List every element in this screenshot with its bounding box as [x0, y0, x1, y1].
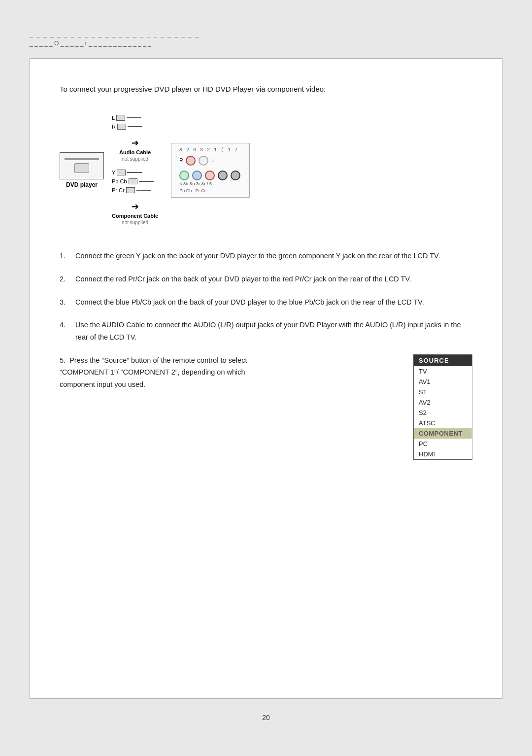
instruction-1-num: 1.: [60, 250, 75, 262]
tv-code-label: & 2 0 3 2 1 ( 1 7: [179, 147, 241, 153]
component-cable-label-block: ➔ Component Cable not supplied: [112, 201, 158, 225]
component-cable-sub: not supplied: [122, 220, 148, 225]
dvd-player-illustration: DVD player: [60, 152, 104, 188]
instruction-3-text: Connect the blue Pb/Cb jack on the back …: [75, 296, 472, 309]
page-header: _ _ _ _ _ _ _ _ _ _ _ _ _ _ _ _ _ _ _ _ …: [30, 30, 502, 48]
ports-sub-row: Pb Cb Pr Cr: [179, 188, 241, 193]
instruction-3-num: 3.: [60, 296, 75, 309]
comp-Pb-left-label: Pb Cb: [112, 178, 127, 184]
instruction-2-num: 2.: [60, 273, 75, 285]
cable-diagram: L R ➔ Audio Cable not supplied Y: [112, 115, 158, 225]
audio-L-left-connector: [116, 115, 125, 121]
comp-Y-cable: [127, 172, 142, 173]
audio-L-cable: [127, 117, 141, 118]
header-line1: _ _ _ _ _ _ _ _ _ _ _ _ _ _ _ _ _ _ _ _ …: [30, 30, 502, 39]
instruction-5-text: 5. Press the “Source” button of the remo…: [60, 354, 399, 460]
instruction-2: 2. Connect the red Pr/Cr jack on the bac…: [60, 273, 472, 285]
dvd-slot: [65, 158, 99, 160]
source-item-S2: S2: [414, 408, 472, 418]
comp-Pr-port: [205, 171, 215, 180]
source-item-S1: S1: [414, 387, 472, 397]
source-item-PC: PC: [414, 439, 472, 449]
audio-L-row: L: [112, 115, 158, 121]
instructions-list: 1. Connect the green Y jack on the back …: [60, 250, 472, 459]
source-menu-header: SOURCE: [414, 355, 472, 366]
audio-cable-label-block: ➔ Audio Cable not supplied: [112, 137, 158, 162]
dvd-device-icon: [60, 152, 104, 179]
instruction-3: 3. Connect the blue Pb/Cb jack on the ba…: [60, 296, 472, 309]
dvd-disc: [74, 163, 89, 173]
comp-Y-row: Y: [112, 170, 158, 175]
tv-back-panel: & 2 0 3 2 1 ( 1 7 R L < 3b &o 3r &r / 5 …: [171, 143, 250, 198]
audio-L-port: [199, 156, 208, 166]
main-content-box: To connect your progressive DVD player o…: [30, 58, 502, 699]
audio-L-left-label: L: [112, 115, 115, 121]
component-cable-group: Y Pb Cb Pr Cr: [112, 170, 158, 193]
audio-R-left-connector: [117, 124, 126, 130]
comp-extra2-port: [231, 171, 240, 180]
audio-arrow-icon: ➔: [132, 137, 139, 148]
audio-R-row: R: [112, 124, 158, 130]
audio-cable-group: L R: [112, 115, 158, 130]
source-item-AV2: AV2: [414, 397, 472, 408]
comp-Y-left-label: Y: [112, 170, 115, 175]
source-item-COMPONENT: COMPONENT: [414, 428, 472, 439]
instruction-4: 4. Use the AUDIO Cable to connect the AU…: [60, 319, 472, 343]
header-line2: _ _ _ _ _ O _ _ _ _ _ r _ _ _ _ _ _ _ _ …: [30, 39, 502, 48]
pb-cb-right-label: Pb Cb: [179, 188, 192, 193]
pr-cr-right-label: Pr Cr: [196, 188, 206, 193]
audio-R-left-label: R: [112, 124, 116, 130]
audio-R-right-label: R: [179, 158, 183, 163]
instruction-5-row: 5. Press the “Source” button of the remo…: [60, 354, 472, 460]
comp-Y-left-connector: [117, 170, 126, 175]
page-number: 20: [30, 714, 502, 722]
audio-cable-label: Audio Cable: [119, 149, 151, 155]
step5-text-part2: “COMPONENT 1”/ “COMPONENT 2”, depending …: [60, 368, 245, 376]
instruction-2-text: Connect the red Pr/Cr jack on the back o…: [75, 273, 472, 285]
comp-Pb-left-connector: [129, 178, 137, 184]
comp-Y-port: [179, 171, 189, 180]
step5-num: 5.: [60, 356, 66, 364]
dvd-player-label: DVD player: [66, 181, 98, 188]
comp-Pr-cable: [136, 190, 151, 191]
audio-R-cable: [128, 126, 142, 127]
comp-Pr-left-connector: [126, 187, 135, 193]
audio-ports-row: R L: [179, 156, 241, 166]
comp-Pb-port: [192, 171, 202, 180]
source-item-ATSC: ATSC: [414, 418, 472, 428]
source-menu: SOURCE TV AV1 S1 AV2 S2 ATSC COMPONENT P…: [413, 354, 472, 460]
source-item-TV: TV: [414, 366, 472, 377]
step5-text-part3: component input you used.: [60, 380, 145, 388]
component-arrow-icon: ➔: [132, 201, 139, 212]
component-cable-label: Component Cable: [112, 213, 158, 219]
component-ports-row: [179, 171, 241, 180]
audio-cable-sub: not supplied: [122, 156, 148, 162]
instruction-4-num: 4.: [60, 319, 75, 343]
instruction-1-text: Connect the green Y jack on the back of …: [75, 250, 472, 262]
step5-text-part1: Press the “Source” button of the remote …: [69, 356, 247, 364]
source-item-AV1: AV1: [414, 377, 472, 387]
instruction-4-text: Use the AUDIO Cable to connect the AUDIO…: [75, 319, 472, 343]
audio-R-port: [186, 156, 196, 166]
comp-Pb-row: Pb Cb: [112, 178, 158, 184]
instruction-1: 1. Connect the green Y jack on the back …: [60, 250, 472, 262]
comp-Pb-cable: [139, 181, 154, 182]
ports-labels: < 3b &o 3r &r / 5: [179, 181, 241, 186]
intro-text: To connect your progressive DVD player o…: [60, 83, 472, 95]
comp-extra1-port: [218, 171, 228, 180]
comp-Pr-left-label: Pr Cr: [112, 187, 125, 193]
source-item-HDMI: HDMI: [414, 449, 472, 459]
comp-Pr-row: Pr Cr: [112, 187, 158, 193]
connection-diagram: DVD player L R ➔ Audio Cable: [60, 115, 472, 225]
audio-L-right-label: L: [211, 158, 214, 163]
